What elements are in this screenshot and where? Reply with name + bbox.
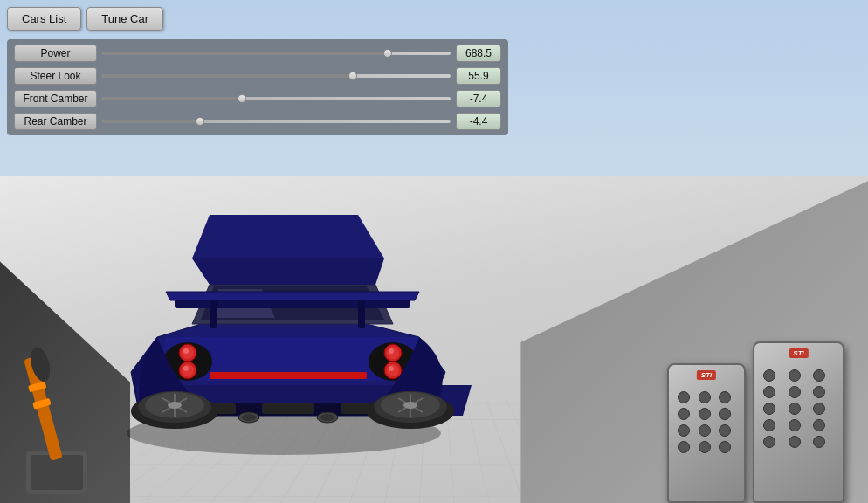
- brake-pedal: STi: [667, 363, 746, 503]
- tune-car-button[interactable]: Tune Car: [86, 7, 163, 31]
- slider-value-3: -4.4: [456, 113, 501, 130]
- svg-point-37: [242, 414, 256, 421]
- svg-point-17: [389, 348, 394, 354]
- gas-pedal-brand: STi: [789, 348, 808, 358]
- car-display: [87, 162, 480, 459]
- slider-track-2[interactable]: [102, 97, 451, 100]
- slider-value-1: 55.9: [456, 67, 501, 85]
- svg-point-35: [403, 402, 417, 409]
- svg-point-10: [183, 348, 189, 354]
- svg-rect-4: [210, 372, 367, 379]
- cars-list-button[interactable]: Cars List: [7, 7, 81, 31]
- gas-pedal-dots: [754, 361, 843, 457]
- slider-row-rear-camber: Rear Camber -4.4: [14, 113, 501, 130]
- brake-pedal-brand: STi: [697, 370, 716, 380]
- slider-track-0[interactable]: [102, 52, 451, 55]
- svg-rect-41: [31, 455, 83, 490]
- slider-row-power: Power 688.5: [14, 45, 501, 62]
- slider-value-2: -7.4: [456, 90, 501, 107]
- slider-track-1[interactable]: [102, 74, 451, 78]
- slider-label-1: Steer Look: [14, 67, 97, 85]
- slider-row-front-camber: Front Camber -7.4: [14, 90, 501, 107]
- ui-overlay: Cars List Tune Car Power 688.5 Steer Loo…: [0, 0, 515, 142]
- svg-point-11: [183, 366, 189, 371]
- slider-row-steer-look: Steer Look 55.9: [14, 67, 501, 85]
- top-buttons: Cars List Tune Car: [7, 7, 508, 31]
- handbrake-display: [0, 328, 114, 503]
- slider-value-0: 688.5: [456, 45, 501, 62]
- svg-point-28: [168, 402, 182, 409]
- pedals-area: STi STi: [667, 328, 859, 503]
- svg-rect-20: [210, 298, 217, 328]
- svg-point-18: [389, 366, 394, 371]
- svg-rect-21: [358, 298, 365, 328]
- slider-label-3: Rear Camber: [14, 113, 97, 130]
- brake-pedal-dots: [669, 382, 744, 462]
- svg-rect-2: [262, 403, 314, 414]
- sliders-panel: Power 688.5 Steer Look 55.9 Front Camber…: [7, 39, 508, 135]
- svg-point-39: [320, 414, 334, 421]
- slider-label-0: Power: [14, 45, 97, 62]
- gas-pedal: STi: [753, 341, 844, 503]
- slider-track-3[interactable]: [102, 120, 451, 123]
- slider-label-2: Front Camber: [14, 90, 97, 107]
